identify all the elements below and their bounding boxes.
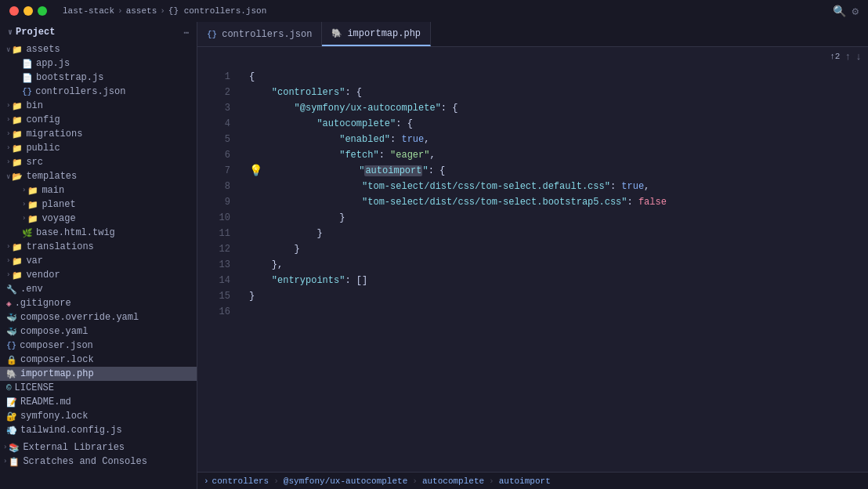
- base-twig-label: base.html.twig: [36, 227, 115, 238]
- env-icon: 🔧: [6, 284, 17, 295]
- sidebar-item-vendor[interactable]: › 📁 vendor: [0, 268, 197, 282]
- code-line-11: }: [237, 226, 868, 241]
- license-label: LICENSE: [15, 382, 54, 393]
- planet-label: planet: [42, 199, 75, 210]
- sidebar-item-public[interactable]: › 📁 public: [0, 141, 197, 155]
- bootstrap-js-label: bootstrap.js: [36, 72, 103, 83]
- maximize-button[interactable]: [38, 6, 47, 16]
- templates-folder-icon: 📂: [12, 172, 23, 182]
- bin-label: bin: [26, 100, 43, 111]
- status-arrow-left: ›: [204, 476, 209, 486]
- ext-lib-icon: 📚: [9, 443, 20, 453]
- ext-lib-label: External Libraries: [23, 442, 125, 453]
- public-label: public: [26, 143, 60, 154]
- editor-content[interactable]: 1 2 3 4 5 6 7 8 9 10 11 12 13 14 15 16: [197, 66, 868, 472]
- breadcrumb-last-stack[interactable]: last-stack: [63, 6, 114, 16]
- status-autoimport[interactable]: autoimport: [499, 476, 551, 486]
- breadcrumb-controllers-json[interactable]: {} controllers.json: [168, 6, 266, 16]
- tabs-bar: {} controllers.json 🐘 importmap.php: [197, 22, 868, 47]
- project-dots[interactable]: ⋯: [183, 27, 189, 38]
- breadcrumb: last-stack › assets › {} controllers.jso…: [53, 0, 826, 22]
- title-bar: last-stack › assets › {} controllers.jso…: [0, 0, 868, 22]
- sidebar-item-compose-override[interactable]: 🐳 compose.override.yaml: [0, 310, 197, 324]
- sidebar-item-license[interactable]: © LICENSE: [0, 381, 197, 395]
- composer-json-icon: {}: [6, 341, 16, 350]
- tab-importmap-php[interactable]: 🐘 importmap.php: [322, 22, 431, 46]
- tailwind-icon: 💨: [6, 426, 17, 436]
- sidebar-item-symfony-lock[interactable]: 🔐 symfony.lock: [0, 409, 197, 423]
- nav-up-arrow[interactable]: ↑: [844, 51, 851, 63]
- close-button[interactable]: [9, 6, 19, 16]
- sidebar-item-migrations[interactable]: › 📁 migrations: [0, 127, 197, 141]
- importmap-icon: 🐘: [6, 369, 17, 379]
- sidebar-item-var[interactable]: › 📁 var: [0, 254, 197, 268]
- status-sep-1: ›: [273, 476, 279, 486]
- gitignore-icon: ◈: [6, 299, 12, 309]
- status-symfony[interactable]: @symfony/ux-autocomplete: [284, 476, 407, 486]
- breadcrumb-assets[interactable]: assets: [126, 6, 157, 16]
- sidebar-item-bin[interactable]: › 📁 bin: [0, 99, 197, 113]
- status-autocomplete[interactable]: autocomplete: [422, 476, 484, 486]
- sidebar-item-gitignore[interactable]: ◈ .gitignore: [0, 296, 197, 310]
- compose-override-label: compose.override.yaml: [20, 312, 139, 323]
- code-line-4: "autocomplete": {: [237, 116, 868, 132]
- env-label: .env: [20, 284, 43, 295]
- sidebar-item-templates[interactable]: ∨ 📂 templates: [0, 169, 197, 183]
- tab-controllers-json-icon: {}: [207, 30, 217, 39]
- config-label: config: [26, 114, 60, 125]
- sidebar-item-main[interactable]: › 📁 main: [0, 183, 197, 197]
- sidebar-item-app-js[interactable]: 📄 app.js: [0, 56, 197, 71]
- sidebar-item-scratches[interactable]: › 📋 Scratches and Consoles: [0, 455, 197, 469]
- tab-importmap-icon: 🐘: [331, 28, 342, 38]
- composer-lock-icon: 🔒: [6, 355, 17, 365]
- tabs-actions: [855, 22, 868, 46]
- project-header[interactable]: ∨ Project ⋯: [0, 22, 197, 42]
- code-line-2: "controllers": {: [237, 85, 868, 100]
- bin-chevron: ›: [6, 102, 10, 110]
- scratches-icon: 📋: [9, 457, 20, 467]
- sidebar-item-tailwind[interactable]: 💨 tailwind.config.js: [0, 423, 197, 437]
- sidebar-item-base-twig[interactable]: 🌿 base.html.twig: [0, 226, 197, 240]
- minimize-button[interactable]: [24, 6, 33, 16]
- src-folder-icon: 📁: [12, 158, 23, 168]
- sidebar: ∨ Project ⋯ ∨ 📁 assets 📄 app.js 📄 bootst…: [0, 22, 197, 489]
- gear-icon[interactable]: ⚙: [852, 5, 859, 18]
- translations-label: translations: [26, 241, 93, 252]
- sidebar-item-src[interactable]: › 📁 src: [0, 155, 197, 169]
- sidebar-item-composer-json[interactable]: {} composer.json: [0, 339, 197, 353]
- sidebar-item-importmap[interactable]: 🐘 importmap.php: [0, 367, 197, 381]
- code-line-8: "tom-select/dist/css/tom-select.default.…: [237, 179, 868, 194]
- breadcrumb-sep-1: ›: [118, 6, 123, 16]
- config-folder-icon: 📁: [12, 115, 23, 125]
- code-line-5: "enabled": true,: [237, 132, 868, 147]
- symfony-lock-icon: 🔐: [6, 411, 17, 422]
- sidebar-item-compose-yaml[interactable]: 🐳 compose.yaml: [0, 324, 197, 339]
- src-label: src: [26, 157, 43, 168]
- var-label: var: [26, 255, 43, 266]
- translations-chevron: ›: [6, 243, 10, 251]
- src-chevron: ›: [6, 158, 10, 166]
- top-icons: 🔍 ⚙: [833, 5, 859, 18]
- sidebar-item-external-libraries[interactable]: › 📚 External Libraries: [0, 440, 197, 455]
- sidebar-item-assets[interactable]: ∨ 📁 assets: [0, 42, 197, 56]
- code-area[interactable]: { "controllers": { "@symfony/ux-autocomp…: [237, 66, 868, 472]
- sidebar-item-composer-lock[interactable]: 🔒 composer.lock: [0, 353, 197, 367]
- migrations-chevron: ›: [6, 130, 10, 138]
- sidebar-item-config[interactable]: › 📁 config: [0, 113, 197, 127]
- nav-down-arrow[interactable]: ↓: [855, 51, 862, 63]
- voyage-folder-icon: 📁: [27, 214, 38, 224]
- voyage-chevron: ›: [22, 215, 26, 223]
- sidebar-item-controllers-json[interactable]: {} controllers.json: [0, 85, 197, 99]
- sidebar-item-readme[interactable]: 📝 README.md: [0, 395, 197, 409]
- sidebar-item-translations[interactable]: › 📁 translations: [0, 240, 197, 254]
- sidebar-item-bootstrap-js[interactable]: 📄 bootstrap.js: [0, 71, 197, 85]
- tab-controllers-json[interactable]: {} controllers.json: [197, 22, 322, 46]
- sidebar-item-voyage[interactable]: › 📁 voyage: [0, 212, 197, 226]
- status-controllers[interactable]: controllers: [212, 476, 269, 486]
- sidebar-item-planet[interactable]: › 📁 planet: [0, 197, 197, 212]
- sidebar-item-env[interactable]: 🔧 .env: [0, 282, 197, 296]
- search-icon[interactable]: 🔍: [833, 5, 846, 18]
- project-label: Project: [16, 27, 55, 38]
- status-sep-3: ›: [489, 476, 494, 486]
- project-chevron: ∨: [8, 27, 13, 37]
